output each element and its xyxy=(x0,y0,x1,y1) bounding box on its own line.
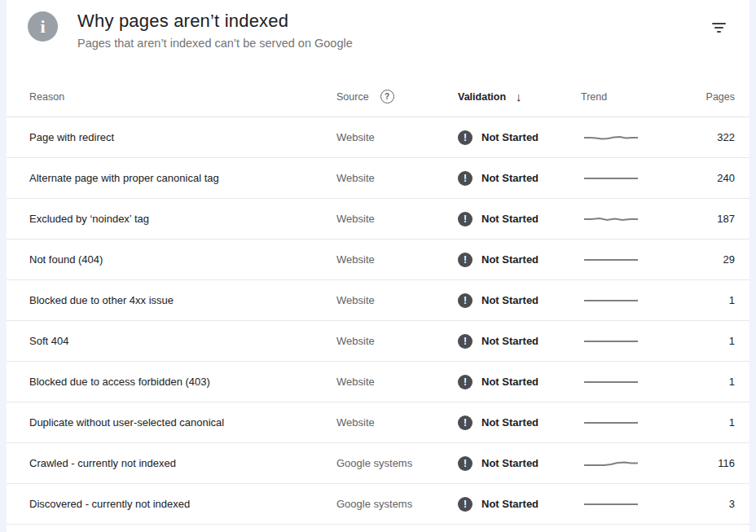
column-header-reason-label: Reason xyxy=(29,91,64,103)
reason-cell: Alternate page with proper canonical tag xyxy=(29,172,336,184)
pages-cell: 116 xyxy=(687,457,735,469)
table-row[interactable]: Duplicate without user-selected canonica… xyxy=(7,402,749,443)
trend-sparkline xyxy=(584,130,638,146)
exclamation-glyph: ! xyxy=(464,336,467,346)
validation-status-icon: ! xyxy=(458,334,472,349)
column-header-source-label: Source xyxy=(336,91,369,103)
exclamation-glyph: ! xyxy=(464,133,467,143)
reason-cell: Soft 404 xyxy=(29,335,336,347)
validation-status-label: Not Started xyxy=(481,457,538,469)
trend-cell xyxy=(581,333,687,350)
info-icon-glyph: i xyxy=(40,18,45,36)
table-row[interactable]: Soft 404 Website ! Not Started 1 xyxy=(7,321,749,362)
trend-cell xyxy=(581,130,687,146)
validation-status-label: Not Started xyxy=(481,416,538,429)
column-header-source[interactable]: Source ? xyxy=(336,90,458,103)
trend-cell xyxy=(581,374,687,390)
validation-status-icon: ! xyxy=(458,415,472,430)
validation-status-label: Not Started xyxy=(481,498,538,510)
pages-cell: 1 xyxy=(687,416,735,429)
table-row[interactable]: Discovered - currently not indexed Googl… xyxy=(7,484,749,525)
trend-cell xyxy=(581,415,687,431)
reason-cell: Blocked due to other 4xx issue xyxy=(29,294,336,306)
validation-status-icon: ! xyxy=(458,293,472,308)
table-row[interactable]: Crawled - currently not indexed Google s… xyxy=(7,443,749,484)
table-row[interactable]: Blocked due to access forbidden (403) We… xyxy=(7,362,749,402)
validation-status-icon: ! xyxy=(458,130,472,145)
source-cell: Website xyxy=(336,335,458,347)
validation-status-label: Not Started xyxy=(481,294,538,306)
trend-sparkline xyxy=(584,170,638,187)
pages-cell: 1 xyxy=(687,335,735,347)
validation-status-label: Not Started xyxy=(481,335,538,347)
filter-icon xyxy=(712,23,726,24)
trend-cell xyxy=(581,496,687,512)
column-header-validation[interactable]: Validation ↓ xyxy=(458,90,581,103)
validation-cell: ! Not Started xyxy=(458,375,581,389)
trend-sparkline xyxy=(584,252,638,268)
table-row[interactable]: Alternate page with proper canonical tag… xyxy=(7,158,749,199)
validation-status-icon: ! xyxy=(458,375,472,389)
info-icon: i xyxy=(28,11,58,42)
pages-cell: 1 xyxy=(687,294,735,306)
filter-icon xyxy=(717,31,721,33)
validation-status-label: Not Started xyxy=(481,131,538,143)
pages-cell: 1 xyxy=(687,376,735,388)
validation-status-label: Not Started xyxy=(481,376,538,388)
source-cell: Google systems xyxy=(336,457,458,469)
reasons-table: Reason Source ? Validation ↓ Trend Pages… xyxy=(7,77,749,525)
table-row[interactable]: Blocked due to other 4xx issue Website !… xyxy=(7,280,749,321)
validation-cell: ! Not Started xyxy=(458,415,581,430)
table-row[interactable]: Page with redirect Website ! Not Started… xyxy=(7,117,749,158)
exclamation-glyph: ! xyxy=(464,377,467,387)
table-row[interactable]: Not found (404) Website ! Not Started 29 xyxy=(7,240,749,280)
exclamation-glyph: ! xyxy=(464,214,467,224)
pages-cell: 3 xyxy=(687,498,735,510)
sort-desc-icon: ↓ xyxy=(516,90,522,103)
validation-status-icon: ! xyxy=(458,497,472,512)
source-cell: Website xyxy=(336,416,458,429)
trend-cell xyxy=(581,292,687,309)
trend-cell xyxy=(581,455,687,472)
validation-cell: ! Not Started xyxy=(458,212,581,226)
reason-cell: Crawled - currently not indexed xyxy=(29,457,336,469)
source-cell: Website xyxy=(336,294,458,306)
source-cell: Website xyxy=(336,253,458,266)
page-subtitle: Pages that aren’t indexed can’t be serve… xyxy=(77,37,353,50)
validation-cell: ! Not Started xyxy=(458,497,581,512)
validation-status-icon: ! xyxy=(458,456,472,471)
validation-status-label: Not Started xyxy=(481,213,538,225)
trend-sparkline xyxy=(584,292,638,309)
help-icon-glyph: ? xyxy=(385,93,389,101)
table-header-row: Reason Source ? Validation ↓ Trend Pages xyxy=(7,77,749,117)
exclamation-glyph: ! xyxy=(464,174,467,183)
validation-status-label: Not Started xyxy=(481,253,538,266)
column-header-trend[interactable]: Trend xyxy=(581,91,687,103)
exclamation-glyph: ! xyxy=(464,418,467,428)
trend-sparkline xyxy=(584,415,638,431)
source-cell: Website xyxy=(336,213,458,225)
indexing-report-card: i Why pages aren’t indexed Pages that ar… xyxy=(7,0,749,532)
column-header-validation-label: Validation xyxy=(458,91,506,103)
source-help-icon[interactable]: ? xyxy=(380,90,394,103)
exclamation-glyph: ! xyxy=(464,499,467,509)
trend-sparkline xyxy=(584,211,638,227)
reason-cell: Blocked due to access forbidden (403) xyxy=(29,376,336,388)
reason-cell: Excluded by ‘noindex’ tag xyxy=(29,213,336,225)
table-row[interactable]: Excluded by ‘noindex’ tag Website ! Not … xyxy=(7,199,749,240)
column-header-pages-label: Pages xyxy=(706,91,735,103)
column-header-trend-label: Trend xyxy=(581,91,607,103)
validation-status-label: Not Started xyxy=(481,172,538,184)
exclamation-glyph: ! xyxy=(464,459,467,468)
column-header-pages[interactable]: Pages xyxy=(687,91,735,103)
reason-cell: Not found (404) xyxy=(29,253,336,266)
pages-cell: 187 xyxy=(687,213,735,225)
exclamation-glyph: ! xyxy=(464,296,467,306)
column-header-reason[interactable]: Reason xyxy=(29,91,336,103)
source-cell: Website xyxy=(336,172,458,184)
validation-cell: ! Not Started xyxy=(458,171,581,186)
filter-button[interactable] xyxy=(709,18,728,37)
reason-cell: Duplicate without user-selected canonica… xyxy=(29,416,336,429)
pages-cell: 240 xyxy=(687,172,735,184)
trend-sparkline xyxy=(584,496,638,512)
